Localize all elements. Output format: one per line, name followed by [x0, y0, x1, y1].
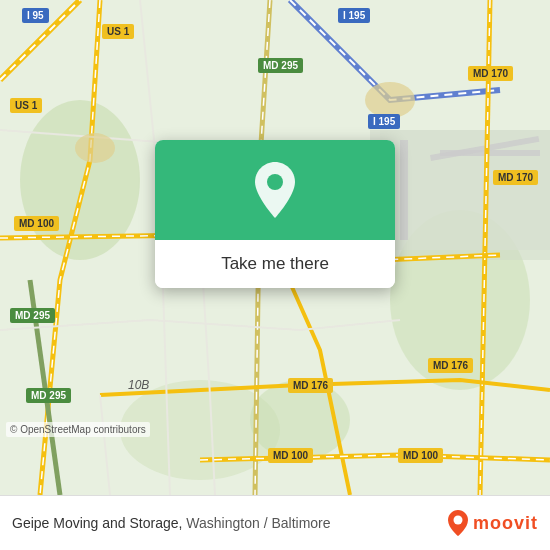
moovit-logo: moovit — [447, 509, 538, 537]
label-us1-left: US 1 — [10, 98, 42, 113]
label-10b: 10B — [128, 378, 149, 392]
map-container: I 95 US 1 I 195 MD 295 I 195 MD 170 US 1… — [0, 0, 550, 495]
svg-point-11 — [365, 82, 415, 118]
label-md295-top: MD 295 — [258, 58, 303, 73]
popup-header — [155, 140, 395, 240]
label-md295-bottom: MD 295 — [26, 388, 71, 403]
label-md170-right-top: MD 170 — [468, 66, 513, 81]
location-pin-icon — [250, 160, 300, 220]
label-md100-bottom-right: MD 100 — [398, 448, 443, 463]
popup-card: Take me there — [155, 140, 395, 288]
svg-point-14 — [453, 516, 462, 525]
label-i95: I 95 — [22, 8, 49, 23]
svg-rect-6 — [370, 130, 550, 250]
moovit-pin-icon — [447, 509, 469, 537]
label-i195-right: I 195 — [368, 114, 400, 129]
label-md295-left: MD 295 — [10, 308, 55, 323]
label-md176-right: MD 176 — [428, 358, 473, 373]
label-md100-left: MD 100 — [14, 216, 59, 231]
label-us1-top: US 1 — [102, 24, 134, 39]
svg-point-10 — [75, 133, 115, 163]
take-me-there-button[interactable]: Take me there — [155, 240, 395, 288]
svg-rect-7 — [400, 140, 408, 240]
osm-credit: © OpenStreetMap contributors — [6, 422, 150, 437]
location-name-text: Geipe Moving and Storage, Washington / B… — [12, 515, 331, 531]
label-i195-top: I 195 — [338, 8, 370, 23]
svg-point-13 — [267, 174, 283, 190]
bottom-bar: Geipe Moving and Storage, Washington / B… — [0, 495, 550, 550]
label-md100-bottom: MD 100 — [268, 448, 313, 463]
label-md170-bottom: MD 170 — [493, 170, 538, 185]
moovit-text: moovit — [473, 513, 538, 534]
popup-tail — [263, 287, 287, 288]
label-md176-center: MD 176 — [288, 378, 333, 393]
